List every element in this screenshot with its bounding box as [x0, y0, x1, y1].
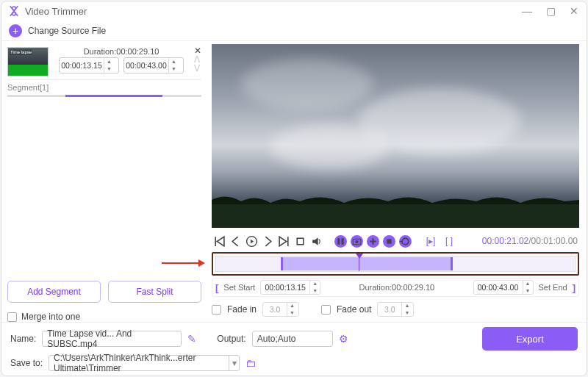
top-action-bar: + Change Source File: [1, 22, 587, 41]
fade-in-checkbox[interactable]: [212, 305, 221, 315]
fade-out-input[interactable]: ▲▼: [377, 302, 414, 317]
range-start-input[interactable]: ▲▼: [260, 280, 320, 295]
mark-in-icon[interactable]: [▸]: [423, 235, 438, 248]
fade-out-label: Fade out: [337, 304, 371, 315]
stop-icon[interactable]: [294, 235, 306, 248]
add-source-icon[interactable]: +: [9, 24, 22, 37]
segment-move-down-icon[interactable]: ᐯ: [194, 65, 201, 72]
segment-end-input[interactable]: ▲▼: [123, 57, 184, 73]
segment-name: Segment[1]: [7, 83, 201, 92]
set-start-label[interactable]: Set Start: [221, 283, 257, 292]
range-duration-label: Duration:00:00:29.10: [323, 283, 470, 292]
bottom-bar: Name: Time Lapse vid... And SUBSC.mp4 ✎ …: [1, 322, 587, 376]
title-bar: Video Trimmer ― ▢ ✕: [1, 1, 587, 22]
saveto-label: Save to:: [10, 358, 43, 368]
selection-range[interactable]: [281, 257, 453, 270]
svg-rect-5: [342, 238, 344, 245]
playhead-icon[interactable]: [356, 254, 363, 259]
fade-in-label: Fade in: [227, 304, 257, 315]
set-end-label[interactable]: Set End: [537, 283, 570, 292]
segment-thumbnail[interactable]: [7, 47, 49, 76]
output-settings-icon[interactable]: ⚙: [339, 333, 348, 345]
segment-move-up-icon[interactable]: ᐱ: [194, 56, 201, 63]
bracket-start-icon: [: [215, 282, 218, 293]
main-pane: [▸] [ ] 00:00:21.02/00:01:00.00 [ Set St…: [207, 41, 587, 322]
video-preview[interactable]: [212, 44, 579, 228]
saveto-field[interactable]: C:\Users\ArkThinker\ArkThink...erter Ult…: [49, 355, 240, 371]
spin-down-icon[interactable]: ▼: [169, 65, 179, 73]
goto-end-icon[interactable]: [278, 235, 290, 248]
next-frame-icon[interactable]: [262, 235, 274, 248]
fade-out-checkbox[interactable]: [321, 305, 331, 315]
range-row: [ Set Start ▲▼ Duration:00:00:29.10 ▲▼ S…: [212, 278, 579, 297]
close-button[interactable]: ✕: [567, 4, 581, 18]
total-time: /00:01:00.00: [528, 236, 578, 246]
change-source-label[interactable]: Change Source File: [28, 26, 106, 36]
add-segment-button[interactable]: Add Segment: [7, 281, 101, 303]
spin-down-icon[interactable]: ▼: [104, 65, 114, 73]
minimize-button[interactable]: ―: [520, 4, 534, 18]
app-title: Video Trimmer: [25, 6, 87, 17]
mark-out-icon[interactable]: [ ]: [442, 235, 456, 248]
maximize-button[interactable]: ▢: [544, 4, 557, 18]
svg-rect-8: [387, 239, 391, 243]
volume-icon[interactable]: [310, 235, 323, 248]
prev-frame-icon[interactable]: [229, 235, 242, 248]
fast-split-button[interactable]: Fast Split: [108, 281, 201, 303]
goto-start-icon[interactable]: [213, 235, 226, 248]
loop-icon[interactable]: [383, 235, 395, 248]
output-label: Output:: [217, 334, 245, 344]
annotation-arrow-icon: [162, 259, 205, 267]
output-field[interactable]: Auto;Auto: [252, 331, 333, 347]
compare-icon[interactable]: [334, 235, 347, 248]
segment-start-input[interactable]: ▲▼: [59, 57, 119, 73]
open-folder-icon[interactable]: 🗀: [245, 357, 256, 369]
player-controls: [▸] [ ] 00:00:21.02/00:01:00.00: [212, 232, 579, 250]
timeline-container: [212, 252, 579, 276]
current-time: 00:00:21.02: [482, 236, 528, 246]
refresh-icon[interactable]: [399, 235, 412, 248]
fade-in-input[interactable]: ▲▼: [262, 302, 299, 317]
edit-name-icon[interactable]: ✎: [187, 333, 196, 345]
merge-checkbox[interactable]: [7, 312, 17, 322]
range-end-input[interactable]: ▲▼: [473, 280, 534, 295]
export-button[interactable]: Export: [482, 327, 578, 351]
play-icon[interactable]: [245, 235, 258, 248]
time-display: 00:00:21.02/00:01:00.00: [482, 236, 578, 246]
segment-duration-label: Duration:00:00:29.10: [51, 47, 191, 56]
spin-up-icon[interactable]: ▲: [104, 58, 114, 65]
spin-up-icon[interactable]: ▲: [169, 58, 179, 65]
app-window: Video Trimmer ― ▢ ✕ + Change Source File…: [1, 1, 587, 376]
segment-track[interactable]: [7, 95, 201, 97]
name-label: Name:: [10, 334, 36, 344]
sidebar: Duration:00:00:29.10 ▲▼ ▲▼ ✕ ᐱ: [1, 41, 207, 322]
saveto-dropdown-icon[interactable]: ▾: [229, 356, 239, 370]
add-icon[interactable]: [367, 235, 379, 248]
svg-rect-3: [297, 238, 304, 245]
snapshot-icon[interactable]: [351, 235, 363, 248]
svg-point-7: [355, 240, 358, 243]
svg-rect-4: [337, 238, 340, 245]
segment-remove-icon[interactable]: ✕: [194, 47, 201, 54]
bracket-end-icon: ]: [573, 282, 576, 293]
merge-label: Merge into one: [21, 312, 80, 322]
fade-row: Fade in ▲▼ Fade out ▲▼: [212, 300, 579, 319]
segment-row[interactable]: Duration:00:00:29.10 ▲▼ ▲▼ ✕ ᐱ: [7, 44, 201, 80]
app-logo-icon: [7, 4, 21, 18]
name-field[interactable]: Time Lapse vid... And SUBSC.mp4: [42, 331, 182, 347]
timeline[interactable]: [215, 256, 576, 272]
